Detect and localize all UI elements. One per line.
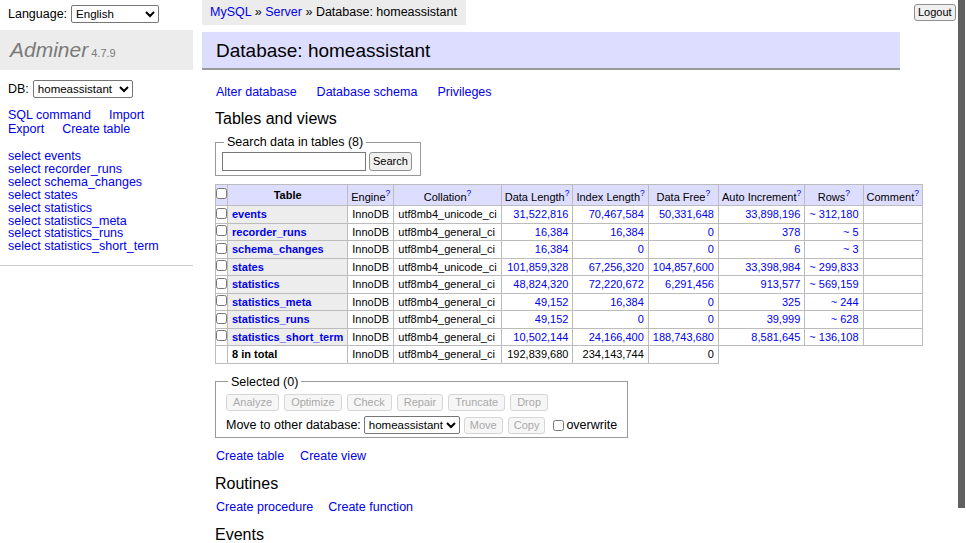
rows-count-link[interactable]: ~ 569,159 xyxy=(809,278,858,290)
adminer-logo[interactable]: Adminer xyxy=(10,38,88,61)
table-name-link[interactable]: statistics_meta xyxy=(232,296,312,308)
rows-count-link[interactable]: ~ 5 xyxy=(843,226,859,238)
table-name-link[interactable]: states xyxy=(232,261,264,273)
auto-increment-link[interactable]: 39,999 xyxy=(767,313,801,325)
sidebar-table-link[interactable]: select statistics_meta xyxy=(8,214,127,228)
rows-count-link[interactable]: ~ 3 xyxy=(843,243,859,255)
auto-increment-link[interactable]: 913,577 xyxy=(761,278,801,290)
breadcrumb-server-link[interactable]: Server xyxy=(265,5,302,19)
create-view-link[interactable]: Create view xyxy=(300,449,366,463)
scrollbar-thumb[interactable] xyxy=(958,0,965,508)
rows-help-link[interactable]: ? xyxy=(845,188,850,198)
sidebar-link-sql-command[interactable]: SQL command xyxy=(8,108,91,122)
create-table-link[interactable]: Create table xyxy=(216,449,284,463)
privileges-link[interactable]: Privileges xyxy=(437,85,491,99)
data-free-link[interactable]: 104,857,600 xyxy=(653,261,714,273)
data-length-link[interactable]: 16,384 xyxy=(535,243,569,255)
index-length-link[interactable]: 16,384 xyxy=(610,226,644,238)
search-input[interactable] xyxy=(222,152,366,171)
db-select[interactable]: homeassistant xyxy=(33,80,133,98)
auto-increment-link[interactable]: 6 xyxy=(794,243,800,255)
row-checkbox[interactable] xyxy=(216,225,227,236)
database-schema-link[interactable]: Database schema xyxy=(317,85,418,99)
row-checkbox[interactable] xyxy=(216,313,227,324)
index-length-link[interactable]: 24,166,400 xyxy=(589,331,644,343)
data-free-link[interactable]: 0 xyxy=(708,243,714,255)
data-length-link[interactable]: 101,859,328 xyxy=(507,261,568,273)
bulk-action-button[interactable]: Optimize xyxy=(284,394,341,411)
index-length-help-link[interactable]: ? xyxy=(640,188,645,198)
data-free-link[interactable]: 0 xyxy=(708,313,714,325)
auto-increment-help-link[interactable]: ? xyxy=(797,188,802,198)
data-free-link[interactable]: 0 xyxy=(708,296,714,308)
row-checkbox[interactable] xyxy=(216,208,227,219)
logout-button[interactable]: Logout xyxy=(914,4,956,21)
create-procedure-link[interactable]: Create procedure xyxy=(216,500,313,514)
auto-increment-link[interactable]: 33,898,196 xyxy=(745,208,800,220)
table-name-link[interactable]: events xyxy=(232,208,267,220)
row-checkbox[interactable] xyxy=(216,330,227,341)
move-database-select[interactable]: homeassistant xyxy=(364,416,460,434)
breadcrumb-mysql-link[interactable]: MySQL xyxy=(210,5,251,19)
sidebar-table-link[interactable]: select statistics_short_term xyxy=(8,239,159,253)
sidebar-table-link[interactable]: select statistics_runs xyxy=(8,226,123,240)
copy-button[interactable]: Copy xyxy=(508,417,546,434)
sidebar-table-link[interactable]: select schema_changes xyxy=(8,175,142,189)
data-length-link[interactable]: 48,824,320 xyxy=(513,278,568,290)
index-length-link[interactable]: 0 xyxy=(638,313,644,325)
bulk-action-button[interactable]: Check xyxy=(347,394,392,411)
auto-increment-link[interactable]: 378 xyxy=(782,226,800,238)
search-button[interactable]: Search xyxy=(369,152,412,171)
table-name-link[interactable]: recorder_runs xyxy=(232,226,307,238)
bulk-action-button[interactable]: Analyze xyxy=(226,394,279,411)
sidebar-table-link[interactable]: select statistics xyxy=(8,201,92,215)
overwrite-checkbox[interactable] xyxy=(553,420,564,431)
row-checkbox[interactable] xyxy=(216,295,227,306)
scrollbar[interactable] xyxy=(956,0,966,543)
index-length-link[interactable]: 16,384 xyxy=(610,296,644,308)
data-free-link[interactable]: 50,331,648 xyxy=(659,208,714,220)
rows-count-link[interactable]: ~ 299,833 xyxy=(809,261,858,273)
rows-count-link[interactable]: ~ 628 xyxy=(831,313,859,325)
auto-increment-link[interactable]: 325 xyxy=(782,296,800,308)
data-length-link[interactable]: 49,152 xyxy=(535,296,569,308)
select-all-checkbox[interactable] xyxy=(216,188,227,199)
auto-increment-link[interactable]: 33,398,984 xyxy=(745,261,800,273)
table-name-link[interactable]: statistics_runs xyxy=(232,313,310,325)
bulk-action-button[interactable]: Truncate xyxy=(448,394,505,411)
row-checkbox[interactable] xyxy=(216,278,227,289)
index-length-link[interactable]: 70,467,584 xyxy=(589,208,644,220)
rows-count-link[interactable]: ~ 244 xyxy=(831,296,859,308)
data-length-link[interactable]: 16,384 xyxy=(535,226,569,238)
data-length-link[interactable]: 31,522,816 xyxy=(513,208,568,220)
index-length-link[interactable]: 67,256,320 xyxy=(589,261,644,273)
language-select[interactable]: English xyxy=(71,5,159,23)
sidebar-link-import[interactable]: Import xyxy=(109,108,144,122)
index-length-link[interactable]: 72,220,672 xyxy=(589,278,644,290)
data-free-link[interactable]: 6,291,456 xyxy=(665,278,714,290)
table-name-link[interactable]: statistics xyxy=(232,278,280,290)
sidebar-link-export[interactable]: Export xyxy=(8,122,44,136)
engine-help-link[interactable]: ? xyxy=(386,188,391,198)
create-function-link[interactable]: Create function xyxy=(328,500,413,514)
data-length-link[interactable]: 49,152 xyxy=(535,313,569,325)
collation-help-link[interactable]: ? xyxy=(467,188,472,198)
data-free-link[interactable]: 0 xyxy=(708,226,714,238)
data-free-link[interactable]: 188,743,680 xyxy=(653,331,714,343)
move-button[interactable]: Move xyxy=(464,417,503,434)
table-name-link[interactable]: statistics_short_term xyxy=(232,331,343,343)
comment-help-link[interactable]: ? xyxy=(914,188,919,198)
row-checkbox[interactable] xyxy=(216,260,227,271)
auto-increment-link[interactable]: 8,581,645 xyxy=(751,331,800,343)
data-length-link[interactable]: 10,502,144 xyxy=(513,331,568,343)
sidebar-table-link[interactable]: select states xyxy=(8,188,77,202)
data-free-help-link[interactable]: ? xyxy=(705,188,710,198)
sidebar-table-link[interactable]: select events xyxy=(8,149,81,163)
sidebar-link-create-table[interactable]: Create table xyxy=(62,122,130,136)
rows-count-link[interactable]: ~ 136,108 xyxy=(809,331,858,343)
row-checkbox[interactable] xyxy=(216,243,227,254)
index-length-link[interactable]: 0 xyxy=(638,243,644,255)
alter-database-link[interactable]: Alter database xyxy=(216,85,297,99)
data-length-help-link[interactable]: ? xyxy=(565,188,570,198)
table-name-link[interactable]: schema_changes xyxy=(232,243,324,255)
